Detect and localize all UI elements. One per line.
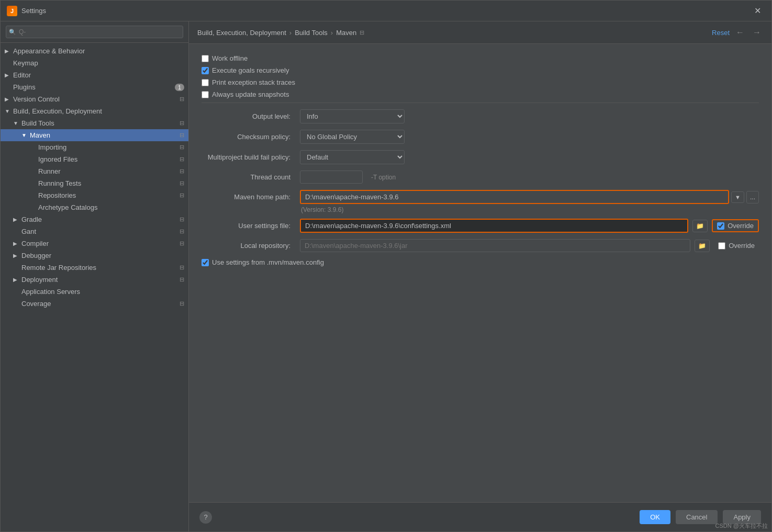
sidebar-item-keymap[interactable]: Keymap xyxy=(1,57,188,69)
help-button[interactable]: ? xyxy=(199,511,212,524)
execute-goals-checkbox[interactable] xyxy=(202,67,209,74)
local-repo-label: Local repository: xyxy=(202,242,296,250)
sidebar-item-importing[interactable]: Importing ⊟ xyxy=(1,141,188,153)
sidebar-item-debugger[interactable]: ▶ Debugger xyxy=(1,250,188,262)
local-repo-override-label: Override xyxy=(729,242,755,250)
lock-icon: ⊟ xyxy=(180,180,184,187)
search-box: 🔍 xyxy=(1,21,188,43)
thread-count-input[interactable] xyxy=(300,171,363,184)
chevron-down-icon: ▼ xyxy=(13,120,19,126)
sidebar-item-deployment[interactable]: ▶ Deployment ⊟ xyxy=(1,274,188,286)
breadcrumb: Build, Execution, Deployment › Build Too… xyxy=(197,29,364,37)
thread-count-row: Thread count -T option xyxy=(202,171,759,184)
mvn-config-row: Use settings from .mvn/maven.config xyxy=(202,258,759,266)
print-exception-checkbox[interactable] xyxy=(202,79,209,86)
lock-icon: ⊟ xyxy=(180,264,184,271)
title-bar: J Settings ✕ xyxy=(1,1,771,21)
cancel-button[interactable]: Cancel xyxy=(676,510,718,524)
chevron-right-icon: ▶ xyxy=(13,241,19,246)
thread-count-label: Thread count xyxy=(202,173,296,181)
maven-home-dropdown-button[interactable]: ▼ xyxy=(731,191,744,203)
mvn-config-label[interactable]: Use settings from .mvn/maven.config xyxy=(202,258,324,266)
sidebar-item-runner[interactable]: Runner ⊟ xyxy=(1,165,188,177)
close-button[interactable]: ✕ xyxy=(750,4,765,18)
sidebar-item-plugins[interactable]: Plugins 1 xyxy=(1,81,188,93)
sidebar-item-build-tools[interactable]: ▼ Build Tools ⊟ xyxy=(1,117,188,129)
local-repo-row: Local repository: 📁 Override xyxy=(202,239,759,252)
watermark: CSDN @火车拉不拉 xyxy=(715,522,768,530)
local-repo-override-wrap: Override xyxy=(714,240,759,251)
lock-icon: ⊟ xyxy=(180,240,184,247)
chevron-right-icon: ▶ xyxy=(5,48,11,54)
sidebar-item-compiler[interactable]: ▶ Compiler ⊟ xyxy=(1,237,188,250)
lock-icon: ⊟ xyxy=(180,156,184,163)
maven-version-text: (Version: 3.9.6) xyxy=(301,206,759,213)
sidebar-item-application-servers[interactable]: Application Servers xyxy=(1,286,188,298)
sidebar-item-running-tests[interactable]: Running Tests ⊟ xyxy=(1,177,188,189)
sidebar-item-archetype-catalogs[interactable]: Archetype Catalogs xyxy=(1,201,188,213)
multiproject-select[interactable]: Default Never Always xyxy=(300,150,405,164)
thread-count-hint: -T option xyxy=(371,174,396,181)
app-icon: J xyxy=(7,6,17,16)
sidebar-item-remote-jar-repos[interactable]: Remote Jar Repositories ⊟ xyxy=(1,262,188,274)
chevron-down-icon: ▼ xyxy=(5,108,11,114)
print-exception-label[interactable]: Print exception stack traces xyxy=(202,78,295,86)
print-exception-row: Print exception stack traces xyxy=(202,78,759,86)
sidebar-item-repositories[interactable]: Repositories ⊟ xyxy=(1,189,188,201)
output-level-select[interactable]: Info Debug Quiet xyxy=(300,109,405,123)
search-input[interactable] xyxy=(6,26,183,38)
settings-form: Work offline Execute goals recursively P… xyxy=(189,44,771,502)
chevron-right-icon: ▶ xyxy=(5,96,11,102)
work-offline-label[interactable]: Work offline xyxy=(202,54,248,62)
main-header: Build, Execution, Deployment › Build Too… xyxy=(189,21,771,44)
chevron-right-icon: ▶ xyxy=(13,253,19,258)
breadcrumb-sep1: › xyxy=(289,29,292,37)
sidebar-item-maven[interactable]: ▼ Maven ⊟ xyxy=(1,129,188,141)
back-button[interactable]: ← xyxy=(734,27,746,38)
ok-button[interactable]: OK xyxy=(640,510,670,524)
checksum-select[interactable]: No Global Policy Fail Warn Ignore xyxy=(300,130,405,144)
execute-goals-label[interactable]: Execute goals recursively xyxy=(202,66,289,74)
lock-icon: ⊟ xyxy=(180,144,184,151)
user-settings-input[interactable] xyxy=(300,219,688,233)
lock-icon: ⊟ xyxy=(180,300,184,307)
user-settings-browse-button[interactable]: 📁 xyxy=(692,220,708,232)
maven-home-browse-button[interactable]: ... xyxy=(746,191,759,203)
sidebar-item-gant[interactable]: Gant ⊟ xyxy=(1,225,188,237)
sidebar-tree: ▶ Appearance & Behavior Keymap ▶ Editor … xyxy=(1,43,188,531)
checksum-policy-row: Checksum policy: No Global Policy Fail W… xyxy=(202,130,759,144)
sidebar-item-coverage[interactable]: Coverage ⊟ xyxy=(1,298,188,310)
search-icon: 🔍 xyxy=(9,29,16,36)
chevron-right-icon: ▶ xyxy=(13,217,19,222)
output-level-label: Output level: xyxy=(202,112,296,120)
sidebar-item-ignored-files[interactable]: Ignored Files ⊟ xyxy=(1,153,188,165)
window-title: Settings xyxy=(21,7,750,15)
chevron-right-icon: ▶ xyxy=(5,72,11,78)
local-repo-input[interactable] xyxy=(300,239,690,252)
lock-icon: ⊟ xyxy=(180,96,184,103)
bottom-bar: ? OK Cancel Apply xyxy=(189,502,771,531)
work-offline-row: Work offline xyxy=(202,54,759,62)
maven-home-row: Maven home path: ▼ ... xyxy=(202,190,759,204)
sidebar-item-gradle[interactable]: ▶ Gradle ⊟ xyxy=(1,213,188,225)
chevron-down-icon: ▼ xyxy=(21,132,28,138)
work-offline-checkbox[interactable] xyxy=(202,55,209,62)
user-settings-override-checkbox[interactable] xyxy=(717,222,724,230)
reset-button[interactable]: Reset xyxy=(712,29,730,37)
forward-button[interactable]: → xyxy=(751,27,763,38)
always-update-row: Always update snapshots xyxy=(202,90,759,98)
always-update-checkbox[interactable] xyxy=(202,91,209,98)
lock-icon: ⊟ xyxy=(180,228,184,235)
maven-home-input[interactable] xyxy=(300,190,729,204)
mvn-config-checkbox[interactable] xyxy=(202,259,209,266)
settings-window: J Settings ✕ 🔍 ▶ Appearance & Behavior xyxy=(0,0,772,532)
always-update-label[interactable]: Always update snapshots xyxy=(202,90,289,98)
sidebar-item-version-control[interactable]: ▶ Version Control ⊟ xyxy=(1,93,188,105)
sidebar-item-editor[interactable]: ▶ Editor xyxy=(1,69,188,81)
sidebar-item-appearance[interactable]: ▶ Appearance & Behavior xyxy=(1,45,188,57)
local-repo-override-checkbox[interactable] xyxy=(718,242,725,250)
breadcrumb-lock-icon: ⊟ xyxy=(360,29,364,36)
sidebar-item-build-exec-deploy[interactable]: ▼ Build, Execution, Deployment xyxy=(1,105,188,117)
local-repo-browse-button[interactable]: 📁 xyxy=(695,240,710,252)
breadcrumb-part2: Build Tools xyxy=(295,29,328,37)
